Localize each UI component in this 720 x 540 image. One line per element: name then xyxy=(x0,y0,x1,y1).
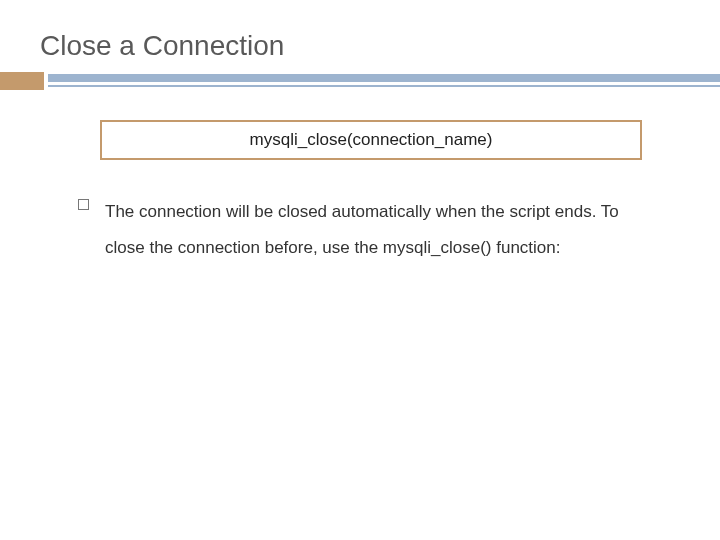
divider-thick xyxy=(48,74,720,82)
divider-thin xyxy=(48,85,720,87)
square-bullet-icon xyxy=(78,199,89,210)
list-item: The connection will be closed automatica… xyxy=(78,194,652,265)
list-item-text: The connection will be closed automatica… xyxy=(105,194,652,265)
bullet-list: The connection will be closed automatica… xyxy=(38,194,682,265)
accent-block xyxy=(0,72,44,90)
slide-container: Close a Connection mysqli_close(connecti… xyxy=(0,0,720,265)
slide-title: Close a Connection xyxy=(38,30,682,62)
code-syntax-box: mysqli_close(connection_name) xyxy=(100,120,642,160)
title-rule xyxy=(38,72,682,92)
